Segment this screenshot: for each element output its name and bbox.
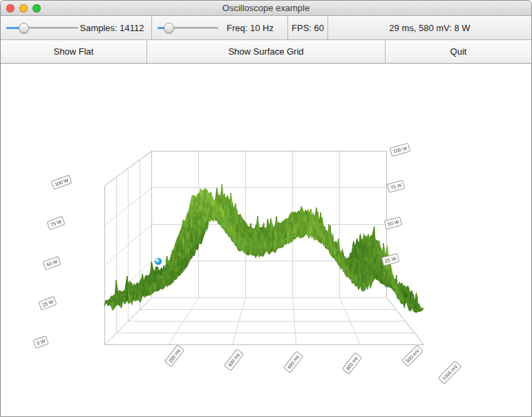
- status-cell: 29 ms, 580 mV: 8 W: [328, 16, 531, 39]
- app-window: Oscilloscope example Samples: 14112 Freq…: [0, 0, 532, 417]
- show-flat-button[interactable]: Show Flat: [1, 40, 147, 63]
- selection-status-label: 29 ms, 580 mV: 8 W: [389, 23, 470, 33]
- show-surface-grid-button[interactable]: Show Surface Grid: [147, 40, 386, 63]
- freq-slider-knob[interactable]: [164, 23, 174, 33]
- samples-cell: Samples: 14112: [1, 16, 152, 39]
- quit-button[interactable]: Quit: [386, 40, 531, 63]
- minimize-button[interactable]: [19, 4, 28, 12]
- toolbar: Samples: 14112 Freq: 10 Hz FPS: 60 29 ms…: [1, 16, 531, 40]
- samples-slider[interactable]: [6, 22, 78, 33]
- freq-label: Freq: 10 Hz: [218, 23, 282, 33]
- zoom-button[interactable]: [32, 4, 41, 12]
- samples-slider-knob[interactable]: [19, 23, 29, 33]
- samples-label: Samples: 14112: [78, 23, 146, 33]
- fps-cell: FPS: 60: [288, 16, 328, 39]
- button-row: Show Flat Show Surface Grid Quit: [1, 40, 531, 64]
- fps-label: FPS: 60: [292, 23, 324, 33]
- title-bar[interactable]: Oscilloscope example: [1, 1, 531, 16]
- freq-cell: Freq: 10 Hz: [152, 16, 288, 39]
- freq-slider[interactable]: [158, 22, 218, 33]
- plot-area: 100 W 75 W 50 W 25 W 0 W 100 W 75 W 50 W…: [1, 64, 531, 416]
- close-button[interactable]: [6, 4, 15, 12]
- window-title: Oscilloscope example: [1, 3, 531, 13]
